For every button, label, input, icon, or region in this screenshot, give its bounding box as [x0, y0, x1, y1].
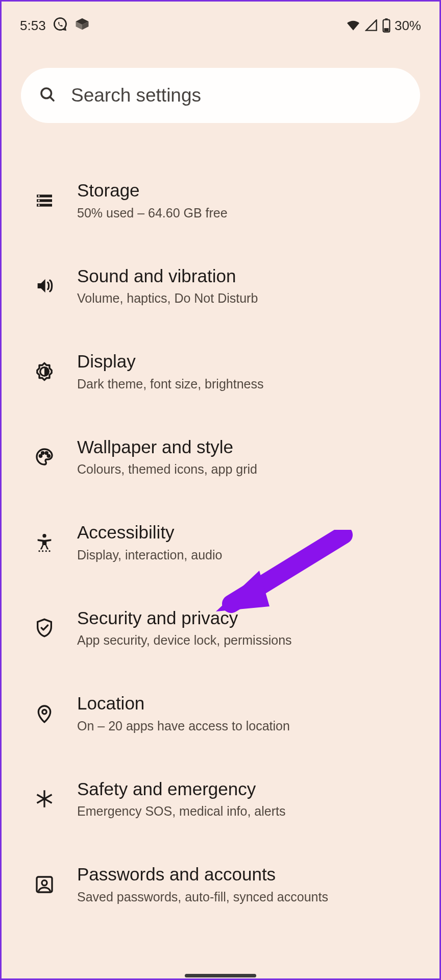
svg-point-11 [38, 204, 40, 206]
svg-point-19 [42, 550, 43, 552]
whatsapp-icon [53, 17, 67, 35]
svg-point-9 [38, 195, 40, 197]
settings-item-subtitle: App security, device lock, permissions [77, 632, 408, 649]
settings-item-subtitle: Display, interaction, audio [77, 547, 408, 564]
battery-percentage: 30% [395, 18, 421, 34]
settings-item-sound[interactable]: Sound and vibration Volume, haptics, Do … [2, 243, 439, 329]
settings-item-title: Display [77, 350, 408, 373]
settings-item-subtitle: On – 20 apps have access to location [77, 718, 408, 735]
settings-item-storage[interactable]: Storage 50% used – 64.60 GB free [2, 158, 439, 243]
storage-icon [33, 189, 56, 212]
svg-point-13 [39, 455, 41, 457]
settings-item-display[interactable]: Display Dark theme, font size, brightnes… [2, 329, 439, 414]
svg-point-14 [42, 452, 44, 454]
svg-point-18 [38, 550, 40, 552]
settings-item-title: Accessibility [77, 521, 408, 544]
svg-line-5 [50, 97, 54, 101]
location-pin-icon [33, 702, 56, 725]
settings-item-title: Safety and emergency [77, 778, 408, 800]
settings-item-subtitle: Colours, themed icons, app grid [77, 461, 408, 478]
account-box-icon [33, 873, 56, 896]
settings-item-safety[interactable]: Safety and emergency Emergency SOS, medi… [2, 756, 439, 842]
svg-point-24 [42, 880, 47, 885]
status-bar: 5:53 [2, 2, 439, 42]
home-indicator[interactable] [185, 974, 256, 977]
svg-point-16 [47, 455, 50, 457]
status-time: 5:53 [20, 18, 46, 34]
settings-item-subtitle: 50% used – 64.60 GB free [77, 205, 408, 222]
svg-point-22 [42, 709, 46, 714]
settings-item-title: Sound and vibration [77, 265, 408, 287]
settings-item-title: Wallpaper and style [77, 436, 408, 458]
status-right: 30% [346, 18, 421, 34]
status-left: 5:53 [20, 17, 90, 35]
settings-item-security[interactable]: Security and privacy App security, devic… [2, 585, 439, 671]
settings-list[interactable]: Storage 50% used – 64.60 GB free Sound a… [2, 138, 439, 927]
settings-item-passwords[interactable]: Passwords and accounts Saved passwords, … [2, 842, 439, 927]
settings-item-title: Passwords and accounts [77, 863, 408, 886]
search-settings[interactable]: Search settings [21, 68, 420, 123]
cell-signal-icon [365, 19, 378, 32]
svg-point-17 [42, 534, 46, 537]
shield-check-icon [33, 617, 56, 639]
settings-item-subtitle: Volume, haptics, Do Not Disturb [77, 290, 408, 307]
settings-item-location[interactable]: Location On – 20 apps have access to loc… [2, 671, 439, 756]
medical-star-icon [33, 788, 56, 810]
palette-icon [33, 446, 56, 468]
svg-point-15 [45, 452, 47, 454]
package-icon [75, 17, 90, 34]
settings-item-subtitle: Emergency SOS, medical info, alerts [77, 803, 408, 820]
wifi-icon [346, 19, 361, 32]
svg-point-21 [48, 550, 50, 552]
settings-item-title: Security and privacy [77, 607, 408, 629]
settings-item-title: Location [77, 692, 408, 715]
svg-rect-3 [384, 28, 388, 31]
brightness-icon [33, 360, 56, 383]
settings-item-subtitle: Dark theme, font size, brightness [77, 376, 408, 393]
settings-item-subtitle: Saved passwords, auto-fill, synced accou… [77, 889, 408, 906]
svg-point-10 [38, 200, 40, 201]
sound-icon [33, 275, 56, 297]
settings-item-accessibility[interactable]: Accessibility Display, interaction, audi… [2, 500, 439, 585]
search-placeholder: Search settings [71, 85, 201, 106]
search-icon [38, 85, 57, 106]
settings-item-wallpaper[interactable]: Wallpaper and style Colours, themed icon… [2, 414, 439, 500]
accessibility-icon [33, 531, 56, 554]
battery-icon [382, 18, 390, 33]
settings-item-title: Storage [77, 179, 408, 202]
svg-point-20 [45, 550, 47, 552]
